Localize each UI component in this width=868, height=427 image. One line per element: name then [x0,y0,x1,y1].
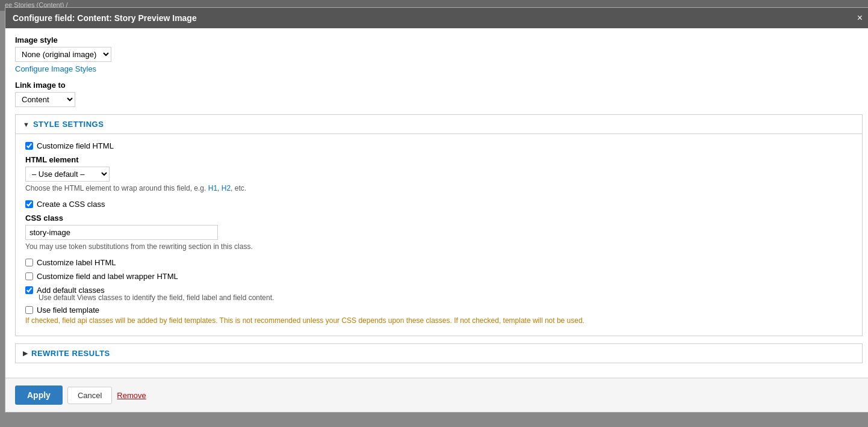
style-settings-title: STYLE SETTINGS [33,120,104,129]
html-element-group: HTML element – Use default – div span h1… [25,155,852,192]
image-style-group: Image style None (original image) Large … [15,35,863,73]
close-button[interactable]: × [855,13,865,23]
customize-label-html-row: Customize label HTML [25,258,852,267]
html-element-select[interactable]: – Use default – div span h1 h2 h3 p [25,167,110,182]
rewrite-results-toggle-icon: ▶ [23,349,28,357]
h2-link[interactable]: H2 [222,184,231,192]
customize-label-html-label[interactable]: Customize label HTML [37,258,116,267]
style-settings-toggle-icon: ▼ [23,121,29,128]
create-css-class-checkbox[interactable] [25,200,33,208]
use-field-template-warning: If checked, field api classes will be ad… [25,316,852,325]
add-default-classes-checkbox[interactable] [25,286,33,294]
css-class-input[interactable] [25,225,218,240]
create-css-class-row: Create a CSS class [25,200,852,209]
customize-wrapper-html-row: Customize field and label wrapper HTML [25,272,852,281]
link-image-label: Link image to [15,81,863,90]
style-settings-content: Customize field HTML HTML element – Use … [16,134,862,336]
html-element-description: Choose the HTML element to wrap around t… [25,184,852,192]
customize-field-html-checkbox[interactable] [25,142,33,150]
rewrite-results-title: REWRITE RESULTS [31,349,110,358]
css-class-info: You may use token substitutions from the… [25,242,852,251]
rewrite-results-section: ▶ REWRITE RESULTS [15,343,863,363]
create-css-class-label[interactable]: Create a CSS class [37,200,105,209]
customize-label-html-checkbox[interactable] [25,259,33,266]
cancel-button[interactable]: Cancel [67,387,112,404]
add-default-classes-subtext: Use default Views classes to identify th… [39,293,852,302]
modal-body: Image style None (original image) Large … [5,28,868,378]
style-settings-header[interactable]: ▼ STYLE SETTINGS [16,115,862,134]
remove-button[interactable]: Remove [117,391,146,400]
customize-field-html-row: Customize field HTML [25,141,852,150]
modal-footer: Apply Cancel Remove [5,378,868,412]
modal-title: Configure field: Content: Story Preview … [13,13,197,23]
customize-field-html-label[interactable]: Customize field HTML [37,141,114,150]
customize-wrapper-html-checkbox[interactable] [25,272,33,280]
html-element-label: HTML element [25,155,852,164]
use-field-template-checkbox[interactable] [25,306,33,314]
modal-header: Configure field: Content: Story Preview … [5,8,868,28]
style-settings-section: ▼ STYLE SETTINGS Customize field HTML HT… [15,114,863,336]
configure-image-styles-link[interactable]: Configure Image Styles [15,64,863,73]
use-field-template-row: Use field template [25,306,852,315]
css-class-label: CSS class [25,214,852,223]
use-field-template-label[interactable]: Use field template [37,306,99,315]
apply-button[interactable]: Apply [15,386,63,405]
image-style-label: Image style [15,35,863,45]
link-image-group: Link image to Nothing Content File [15,81,863,107]
h1-link[interactable]: H1 [208,184,217,192]
rewrite-results-header[interactable]: ▶ REWRITE RESULTS [16,344,862,363]
image-style-select[interactable]: None (original image) Large (480×480) Me… [15,47,111,62]
css-class-group: CSS class You may use token substitution… [25,214,852,251]
link-image-select[interactable]: Nothing Content File [15,92,75,107]
customize-wrapper-html-label[interactable]: Customize field and label wrapper HTML [37,272,178,281]
